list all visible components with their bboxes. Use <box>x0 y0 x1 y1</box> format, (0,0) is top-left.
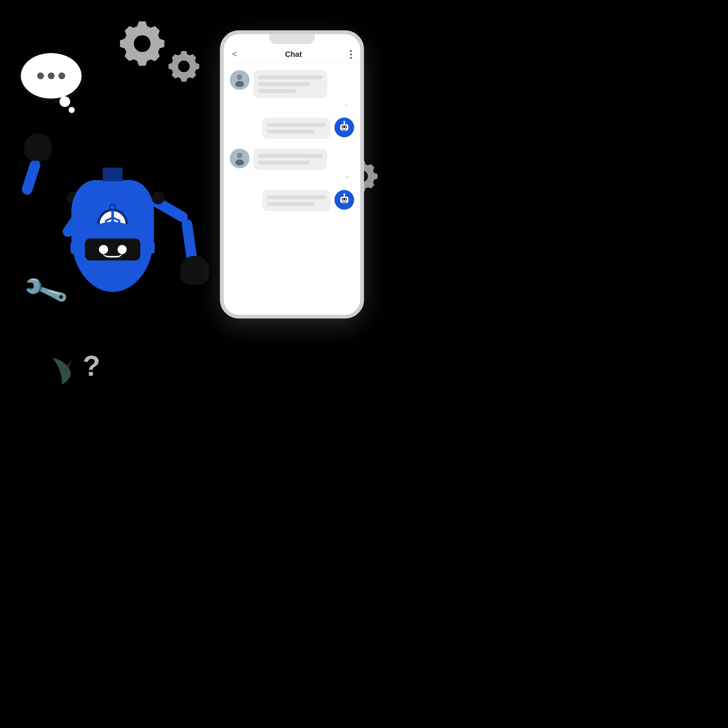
robot-ear-left <box>71 242 77 254</box>
robot-smile <box>102 251 123 257</box>
gear-large-icon <box>118 19 167 68</box>
phone-notch <box>269 34 315 44</box>
svg-point-6 <box>342 126 344 127</box>
read-checkmark-2: ✓ <box>345 174 349 180</box>
msg-line <box>267 130 314 133</box>
main-scene: < Chat <box>0 0 410 410</box>
msg-line <box>267 123 326 127</box>
msg-line <box>258 161 310 165</box>
svg-point-2 <box>237 74 242 80</box>
svg-point-14 <box>342 198 344 200</box>
msg-line <box>258 75 323 79</box>
plant-leaf-icon <box>49 354 76 388</box>
robot-avatar-1 <box>334 118 354 137</box>
phone-screen: < Chat <box>224 34 360 315</box>
svg-point-17 <box>344 193 345 195</box>
svg-point-15 <box>345 198 347 200</box>
svg-point-10 <box>237 153 242 158</box>
robot-shoulder-right <box>152 191 165 204</box>
svg-point-7 <box>345 126 347 127</box>
chat-row-3 <box>230 149 354 170</box>
chat-messages: ✓ <box>224 63 360 315</box>
svg-point-11 <box>235 160 244 165</box>
robot-hand-right <box>180 256 209 285</box>
robot-message-1 <box>262 118 331 139</box>
phone-frame: < Chat <box>220 30 364 318</box>
robot-arm-lower-left <box>20 158 42 196</box>
question-mark-icon: ? <box>83 349 100 382</box>
msg-line <box>258 89 297 93</box>
robot-avatar-2 <box>334 190 354 210</box>
chat-row-4 <box>230 190 354 211</box>
menu-button[interactable] <box>350 50 352 59</box>
robot-illustration <box>15 76 212 387</box>
robot-arm-lower-right <box>181 219 197 262</box>
human-message-1 <box>253 70 327 98</box>
svg-point-9 <box>344 121 345 123</box>
robot-message-2 <box>262 190 331 211</box>
robot-ear-right <box>148 242 155 254</box>
human-avatar-2 <box>230 149 249 168</box>
menu-dot-2 <box>350 53 352 55</box>
phone-header: < Chat <box>224 44 360 63</box>
svg-point-3 <box>235 81 244 87</box>
robot-head <box>77 222 149 282</box>
human-message-2 <box>253 149 327 170</box>
back-button[interactable]: < <box>232 49 237 59</box>
msg-line <box>267 195 326 199</box>
chat-row-1 <box>230 70 354 98</box>
msg-line <box>267 202 314 206</box>
chat-title: Chat <box>285 50 302 59</box>
robot-antenna-stem <box>111 210 114 222</box>
menu-dot-3 <box>350 57 352 59</box>
robot-antenna-ball <box>109 204 116 210</box>
read-checkmark-1: ✓ <box>345 102 349 108</box>
msg-line <box>258 154 323 158</box>
menu-dot-1 <box>350 50 352 52</box>
robot-neck <box>103 168 122 181</box>
robot-hand-left <box>24 133 52 161</box>
human-avatar-1 <box>230 70 249 90</box>
msg-line <box>258 82 310 86</box>
chat-row-2 <box>230 118 354 139</box>
robot-visor <box>85 238 140 260</box>
